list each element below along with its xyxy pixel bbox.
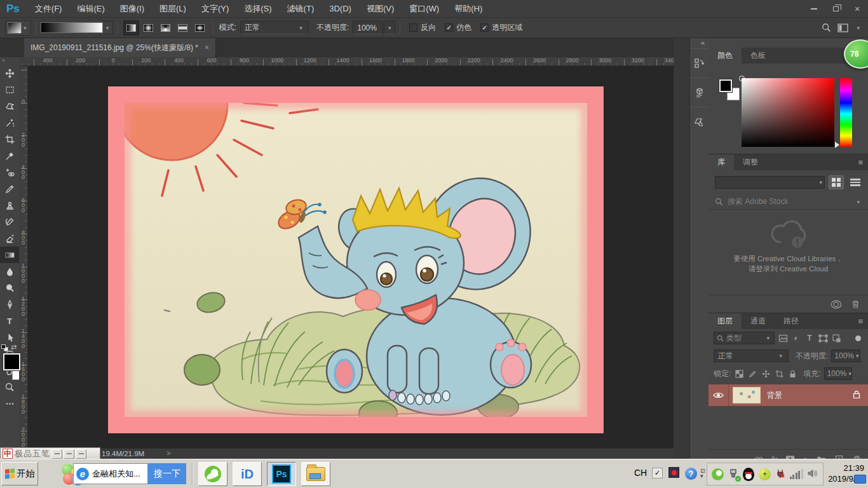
tool-preset-picker[interactable]: ▾ (5, 20, 31, 36)
close-button[interactable]: × (846, 0, 868, 18)
clone-stamp-tool[interactable] (0, 197, 19, 214)
document-tab[interactable]: IMG_20190911_211516.jpg @ 25%(快速蒙版/8) * … (24, 38, 216, 57)
layer-blend-mode-select[interactable]: 正常 ▾ (714, 349, 789, 362)
dither-checkbox[interactable]: ✓ 仿色 (445, 22, 471, 33)
crop-tool[interactable] (0, 131, 19, 147)
hue-slider[interactable] (840, 78, 852, 147)
magic-eraser-tool[interactable] (0, 230, 19, 247)
restore-button[interactable] (825, 0, 846, 18)
panel-menu-icon[interactable]: ≡ (858, 316, 868, 326)
creative-cloud-sync-icon[interactable] (831, 300, 842, 309)
canvas-area[interactable] (28, 66, 674, 448)
more-tools[interactable] (0, 395, 19, 412)
menu-item-5[interactable]: 选择(S) (236, 0, 279, 18)
ime-toolbar[interactable]: 中 极品五笔 (0, 447, 100, 460)
gradient-tool[interactable] (0, 247, 19, 263)
help-icon[interactable]: ? (685, 468, 697, 480)
gradient-picker-chevron[interactable]: ▾ (103, 21, 113, 34)
language-indicator[interactable]: CH (634, 468, 647, 478)
library-select[interactable]: ▾ (715, 176, 825, 189)
saturation-picker[interactable] (742, 78, 834, 147)
menu-item-9[interactable]: 窗口(W) (402, 0, 447, 18)
grid-view-button[interactable] (829, 175, 844, 189)
qq-tray-icon[interactable] (743, 468, 754, 481)
healing-tool[interactable] (0, 164, 19, 180)
hue-marker-icon[interactable] (835, 142, 839, 148)
browser-tray-icon[interactable] (712, 468, 724, 480)
opacity-chevron[interactable]: ▾ (384, 21, 395, 34)
toolbar-collapse-icon[interactable]: » (0, 57, 19, 65)
layer-row-background[interactable]: 背景 (709, 384, 868, 406)
pixel-filter-icon[interactable] (778, 333, 788, 343)
status-chevron-icon[interactable]: > (166, 449, 170, 457)
panel-foreground-swatch[interactable] (719, 79, 732, 92)
lock-paint-icon[interactable] (747, 369, 757, 379)
3d-panel-button[interactable] (690, 78, 709, 107)
menu-item-3[interactable]: 图层(L) (152, 0, 194, 18)
menu-item-1[interactable]: 编辑(E) (69, 0, 112, 18)
history-panel-button[interactable] (690, 48, 709, 78)
tab-paths[interactable]: 路径 (775, 313, 808, 329)
radial-gradient-button[interactable] (140, 20, 156, 36)
shape-filter-icon[interactable] (818, 333, 828, 343)
transparency-checkbox[interactable]: ✓ 透明区域 (480, 22, 522, 33)
search-go-button[interactable]: 搜一下 (148, 463, 186, 484)
ime-state-icon[interactable] (668, 467, 679, 478)
quicklaunch-photoshop[interactable]: Ps (267, 462, 296, 486)
pencil-tool[interactable] (0, 180, 19, 197)
measure-panel-button[interactable] (690, 107, 709, 136)
show-desktop-button[interactable] (854, 475, 866, 484)
gradient-preview[interactable] (41, 22, 103, 33)
linear-gradient-button[interactable] (123, 20, 139, 36)
color-marker-icon[interactable] (739, 76, 745, 81)
smart-object-filter-icon[interactable] (831, 333, 841, 343)
quicklaunch-id-app[interactable]: iD (233, 462, 262, 486)
lasso-tool[interactable] (0, 98, 19, 114)
lock-transparent-icon[interactable] (734, 369, 744, 379)
expand-tray-icon[interactable]: ⊡▾ (700, 468, 705, 478)
network-signal-icon[interactable] (790, 469, 803, 479)
start-button[interactable]: 开始 (1, 462, 38, 485)
workspace-switcher-icon[interactable] (837, 24, 848, 32)
lock-artboard-icon[interactable] (774, 369, 784, 379)
tab-layers[interactable]: 图层 (709, 313, 742, 329)
diamond-gradient-button[interactable] (192, 20, 208, 36)
marquee-tool[interactable] (0, 81, 19, 98)
menu-item-8[interactable]: 视图(V) (359, 0, 402, 18)
eyedropper-tool[interactable] (0, 147, 19, 164)
foreground-color-swatch[interactable] (3, 353, 20, 370)
type-filter-icon[interactable]: T (804, 333, 815, 343)
layer-filter-select[interactable]: 类型 ▾ (714, 332, 775, 344)
document-image[interactable] (108, 86, 604, 433)
magic-wand-tool[interactable] (0, 114, 19, 131)
tab-adjustments[interactable]: 调整 (734, 154, 767, 170)
menu-item-6[interactable]: 滤镜(T) (280, 0, 322, 18)
blend-mode-select[interactable]: 正常 ▾ (240, 21, 309, 34)
lock-move-icon[interactable] (761, 369, 771, 379)
plug-tray-icon[interactable] (775, 468, 785, 480)
panel-menu-icon[interactable]: ≡ (858, 158, 868, 167)
menu-item-4[interactable]: 文字(Y) (194, 0, 236, 18)
quicklaunch-browser[interactable] (198, 462, 227, 486)
delete-icon[interactable] (851, 299, 860, 309)
taskbar-search-input[interactable]: e 金融相关知... (73, 463, 148, 484)
list-view-button[interactable] (848, 175, 863, 189)
stock-search-field[interactable]: 搜索 Adobe Stock ▾ (709, 194, 868, 210)
minimize-button[interactable] (803, 0, 825, 18)
lock-all-icon[interactable] (787, 369, 797, 379)
antivirus-tray-icon[interactable]: + (759, 468, 771, 480)
layer-visibility-toggle[interactable] (709, 384, 729, 406)
reverse-checkbox[interactable]: 反向 (409, 22, 436, 33)
tab-channels[interactable]: 通道 (742, 313, 775, 329)
type-tool[interactable]: T (0, 313, 19, 329)
ime-punct-button[interactable] (64, 449, 74, 459)
layer-thumbnail[interactable] (733, 387, 761, 403)
swap-colors-icon[interactable]: ⇄ (11, 343, 17, 351)
close-tab-icon[interactable]: × (205, 43, 209, 52)
volume-icon[interactable] (807, 468, 818, 480)
menu-item-10[interactable]: 帮助(H) (447, 0, 490, 18)
dodge-tool[interactable] (0, 280, 19, 296)
layer-opacity-field[interactable]: 100%▾ (831, 349, 860, 362)
reflected-gradient-button[interactable] (175, 20, 191, 36)
blur-tool[interactable] (0, 263, 19, 280)
